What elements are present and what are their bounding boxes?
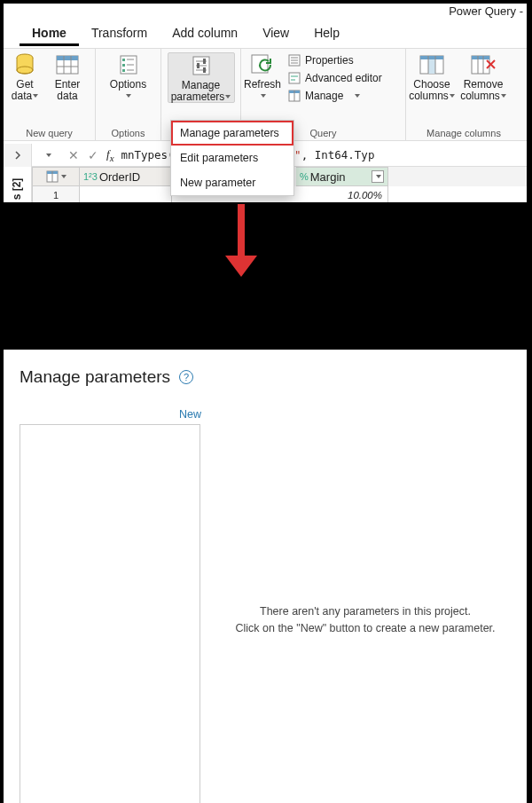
queries-pane-collapsed[interactable]: s [2]	[4, 167, 32, 204]
new-parameter-link[interactable]: New	[179, 408, 201, 421]
parameters-icon	[188, 53, 215, 78]
manage-parameters-dialog: Manage parameters ? New There aren't any…	[2, 348, 528, 803]
tab-help[interactable]: Help	[301, 23, 352, 46]
svg-rect-34	[428, 59, 435, 74]
tab-home[interactable]: Home	[20, 23, 79, 46]
svg-rect-19	[197, 63, 200, 68]
dialog-title: Manage parameters	[20, 367, 170, 387]
svg-rect-38	[472, 56, 489, 59]
type-number-icon: 1²3	[83, 171, 98, 182]
svg-rect-33	[420, 56, 443, 59]
cancel-formula-button[interactable]: ✕	[64, 148, 83, 162]
callout-arrow	[0, 206, 532, 277]
chevron-down-icon	[376, 175, 381, 178]
tab-transform[interactable]: Transform	[79, 23, 160, 46]
svg-rect-20	[203, 67, 206, 73]
chevron-down-icon	[61, 175, 66, 178]
group-label-manage-columns: Manage columns	[406, 127, 521, 140]
fx-icon: fx	[103, 147, 117, 163]
tab-add-column[interactable]: Add column	[160, 23, 250, 46]
column-header-margin[interactable]: % Margin	[296, 167, 388, 186]
window-title: Power Query -	[449, 4, 523, 18]
help-icon[interactable]: ?	[179, 370, 193, 384]
options-button[interactable]: Options	[107, 52, 150, 101]
empty-state-message: There aren't any parameters in this proj…	[215, 603, 516, 637]
editor-icon	[287, 71, 301, 85]
row-number: 1	[32, 186, 80, 204]
get-data-button[interactable]: Get data	[4, 52, 46, 101]
svg-rect-8	[122, 59, 125, 61]
chevron-down-icon	[33, 94, 38, 98]
choose-columns-button[interactable]: Choose columns	[406, 52, 458, 101]
svg-rect-10	[122, 69, 125, 72]
chevron-down-icon	[355, 94, 360, 98]
choose-columns-icon	[419, 52, 445, 77]
refresh-icon	[249, 52, 276, 77]
svg-rect-18	[203, 59, 206, 64]
properties-icon	[287, 53, 301, 67]
manage-button[interactable]: Manage	[287, 88, 382, 104]
database-icon	[12, 52, 38, 77]
cell-orderid[interactable]	[80, 186, 172, 204]
menu-item-edit-parameters[interactable]: Edit parameters	[171, 146, 293, 170]
chevron-down-icon	[501, 94, 506, 98]
svg-rect-9	[122, 64, 125, 67]
type-percent-icon: %	[300, 171, 309, 182]
options-list-icon	[115, 52, 142, 77]
svg-rect-3	[57, 56, 78, 60]
chevron-down-icon	[261, 94, 266, 98]
chevron-down-icon	[450, 94, 455, 98]
properties-button[interactable]: Properties	[287, 52, 382, 68]
chevron-down-icon	[126, 94, 131, 98]
chevron-down-icon	[46, 154, 51, 157]
manage-parameters-menu: Manage parameters Edit parameters New pa…	[170, 120, 294, 196]
accept-formula-button[interactable]: ✓	[83, 148, 103, 162]
table-icon	[54, 52, 81, 77]
power-query-window: Power Query - Home Transform Add column …	[2, 2, 528, 204]
cell-margin[interactable]: 10.00%	[296, 186, 388, 204]
remove-columns-icon	[470, 52, 497, 77]
refresh-button[interactable]: Refresh	[241, 52, 284, 101]
remove-columns-button[interactable]: Remove columns	[458, 52, 509, 101]
group-label-options: Options	[96, 127, 160, 140]
table-small-icon	[287, 89, 301, 103]
manage-parameters-button[interactable]: Manage parameters	[168, 52, 235, 103]
chevron-right-icon	[13, 151, 22, 160]
tab-view[interactable]: View	[250, 23, 301, 46]
advanced-editor-button[interactable]: Advanced editor	[287, 70, 382, 86]
ribbon-tabs: Home Transform Add column View Help	[4, 23, 527, 46]
grid-corner[interactable]	[32, 167, 80, 186]
step-dropdown[interactable]	[32, 148, 64, 161]
table-small-icon	[46, 170, 59, 183]
column-filter-button[interactable]	[372, 170, 384, 183]
svg-rect-26	[289, 73, 300, 83]
expand-queries-pane-button[interactable]	[4, 144, 32, 167]
group-label-new-query: New query	[4, 127, 95, 140]
column-header-orderid[interactable]: 1²3 OrderID	[80, 167, 172, 186]
menu-item-manage-parameters[interactable]: Manage parameters	[171, 121, 293, 146]
menu-item-new-parameter[interactable]: New parameter	[171, 170, 293, 195]
parameter-list[interactable]	[20, 424, 200, 803]
chevron-down-icon	[225, 95, 231, 98]
enter-data-button[interactable]: Enter data	[46, 52, 89, 101]
